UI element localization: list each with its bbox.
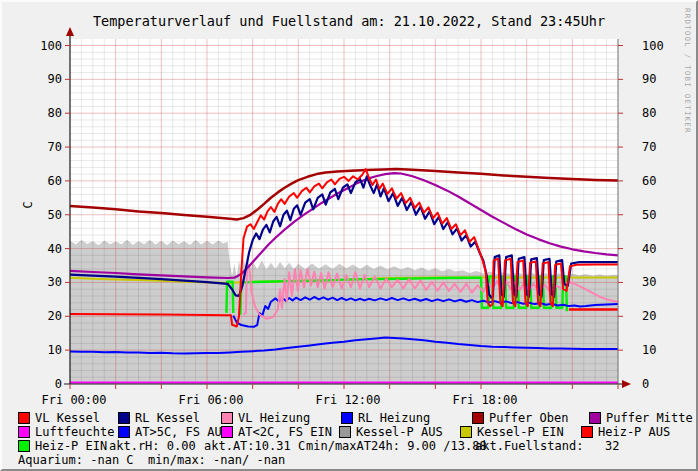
y-axis-tick-label-left: 0 [14, 378, 62, 390]
rrdtool-watermark: RRDTOOL / TOBI OETIKER [683, 8, 692, 134]
legend-swatch [341, 412, 353, 424]
legend-swatch [460, 426, 472, 438]
legend-label: RL Heizung [358, 412, 430, 424]
legend-item-rl-kessel: RL Kessel [118, 412, 200, 424]
legend-swatch [18, 426, 30, 438]
legend-swatch [221, 412, 233, 424]
legend-item-kessel-p-aus: Kessel-P AUS [339, 426, 443, 438]
y-axis-tick-label-right: 40 [642, 243, 690, 255]
legend-row-1: VL KesselRL KesselVL HeizungRL HeizungPu… [2, 412, 696, 425]
legend-item-vl-kessel: VL Kessel [18, 412, 100, 424]
y-axis-tick-label-right: 60 [642, 175, 690, 187]
x-axis-tick-label: Fri 06:00 [166, 394, 256, 406]
legend-stat-min-maxat24h: min/maxAT24h: 9.00 /13.88 [306, 440, 487, 452]
legend-label: Kessel-P EIN [477, 426, 564, 438]
legend-swatch [472, 412, 484, 424]
legend-item-heiz-p-aus: Heiz-P AUS [581, 426, 670, 438]
legend-item-puffer-mitte: Puffer Mitte [589, 412, 693, 424]
legend-label: RL Kessel [135, 412, 200, 424]
legend-label: VL Kessel [35, 412, 100, 424]
legend-item-luftfeuchte: Luftfeuchte [18, 426, 114, 438]
y-axis-tick-label-left: 60 [14, 175, 62, 187]
legend-item-at-2c-fs-ein: AT<2C, FS EIN [221, 426, 332, 438]
y-axis-tick-label-left: 100 [14, 40, 62, 52]
legend-label: AT>5C, FS AUS [135, 426, 229, 438]
legend-label: Heiz-P EIN [35, 440, 107, 452]
legend-row-2: LuftfeuchteAT>5C, FS AUSAT<2C, FS EINKes… [2, 426, 696, 439]
x-axis-tick-label: Fri 00:00 [29, 394, 119, 406]
legend-item-vl-heizung: VL Heizung [221, 412, 310, 424]
legend-label: Puffer Oben [489, 412, 568, 424]
y-axis-arrow [66, 27, 74, 36]
legend-swatch [118, 426, 130, 438]
legend-swatch [589, 412, 601, 424]
legend-label: Puffer Mitte [606, 412, 693, 424]
legend-label: akt.Fuellstand: 32 [475, 440, 620, 452]
legend-label: akt.rH: 0.00 [109, 440, 196, 452]
legend-label: Kessel-P AUS [356, 426, 443, 438]
rrd-graph: Temperaturverlauf und Fuellstand am: 21.… [0, 0, 698, 471]
x-axis-tick-label: Fri 12:00 [303, 394, 393, 406]
y-axis-tick-label-right: 0 [642, 378, 690, 390]
legend-label: Heiz-P AUS [598, 426, 670, 438]
y-axis-tick-label-left: 40 [14, 243, 62, 255]
legend-label: VL Heizung [238, 412, 310, 424]
y-axis-tick-label-right: 30 [642, 276, 690, 288]
y-axis-tick-label-left: 50 [14, 209, 62, 221]
legend-swatch [18, 412, 30, 424]
y-axis-tick-label-left: 80 [14, 107, 62, 119]
legend-item-at-5c-fs-aus: AT>5C, FS AUS [118, 426, 229, 438]
y-axis-tick-label-left: 10 [14, 344, 62, 356]
y-axis-tick-label-left: 70 [14, 141, 62, 153]
y-axis-tick-label-right: 70 [642, 141, 690, 153]
legend-swatch [221, 426, 233, 438]
y-axis-tick-label-right: 20 [642, 310, 690, 322]
legend-label: Aquarium: -nan C min/max: -nan/ -nan [18, 454, 285, 466]
legend-row-4: Aquarium: -nan C min/max: -nan/ -nan [2, 454, 696, 467]
legend-swatch [118, 412, 130, 424]
legend-item-kessel-p-ein: Kessel-P EIN [460, 426, 564, 438]
y-axis-tick-label-right: 10 [642, 344, 690, 356]
y-axis-tick-label-left: 20 [14, 310, 62, 322]
legend-stat-akt-rh: akt.rH: 0.00 [109, 440, 196, 452]
legend-item-rl-heizung: RL Heizung [341, 412, 430, 424]
legend-swatch [581, 426, 593, 438]
y-axis-tick-label-left: 30 [14, 276, 62, 288]
legend-stat-akt-fuellstand: akt.Fuellstand: 32 [475, 440, 620, 452]
legend-row-3: Heiz-P EINakt.rH: 0.00akt.AT:10.31 Cmin/… [2, 440, 696, 453]
legend-swatch [339, 426, 351, 438]
y-axis-tick-label-left: 90 [14, 73, 62, 85]
legend-label: akt.AT:10.31 C [204, 440, 305, 452]
x-axis-arrow [622, 380, 631, 388]
legend-stat-aquarium: Aquarium: -nan C min/max: -nan/ -nan [18, 454, 285, 466]
legend-swatch [18, 440, 30, 452]
legend-item-puffer-oben: Puffer Oben [472, 412, 568, 424]
legend-label: AT<2C, FS EIN [238, 426, 332, 438]
x-axis-tick-label: Fri 18:00 [440, 394, 530, 406]
legend-stat-akt-at: akt.AT:10.31 C [204, 440, 305, 452]
legend-label: Luftfeuchte [35, 426, 114, 438]
legend-item-heiz-p-ein: Heiz-P EIN [18, 440, 107, 452]
y-axis-tick-label-right: 50 [642, 209, 690, 221]
legend-label: min/maxAT24h: 9.00 /13.88 [306, 440, 487, 452]
